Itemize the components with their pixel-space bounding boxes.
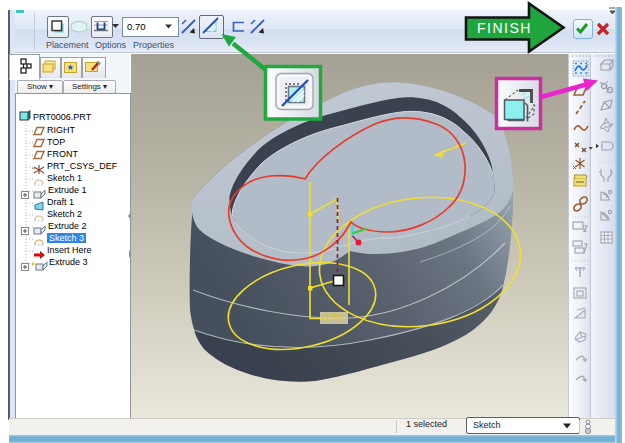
svg-text:FINISH: FINISH bbox=[477, 20, 532, 36]
svg-text:0.70: 0.70 bbox=[323, 312, 344, 324]
